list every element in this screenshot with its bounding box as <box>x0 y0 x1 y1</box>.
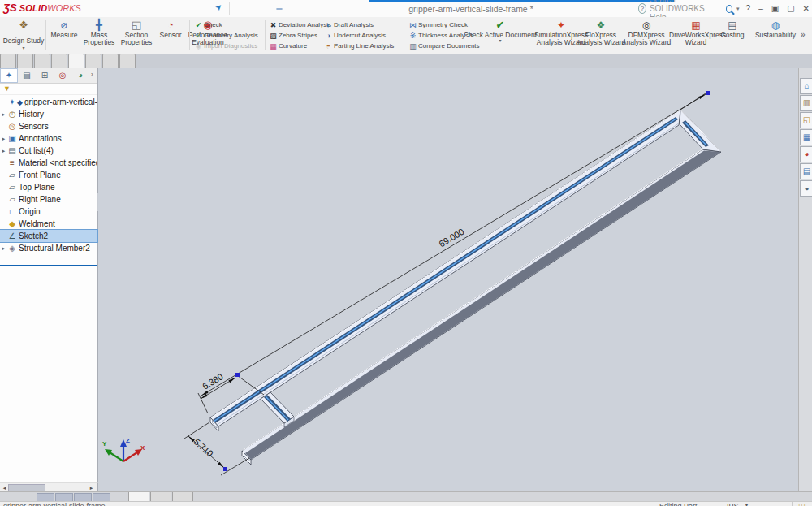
task-pane-tab[interactable]: ◱ <box>800 112 812 128</box>
measure-button[interactable]: ⌀ Measure <box>47 19 81 53</box>
menu-item[interactable] <box>110 0 123 17</box>
dimension-69[interactable]: 69.000 <box>198 91 710 413</box>
command-tab[interactable] <box>102 54 119 68</box>
title-bar: ƷS SOLIDWORKS ➤ gripper-arm-vertical-sli… <box>0 0 812 18</box>
tree-item[interactable]: ▸ ▣ Annotations <box>0 132 97 145</box>
task-pane-tab[interactable]: ▤ <box>800 163 812 179</box>
expander-icon[interactable]: ▸ <box>0 148 7 154</box>
task-pane-tab[interactable]: ⌂ <box>800 78 812 94</box>
dimension-handle[interactable] <box>235 373 240 377</box>
tree-item[interactable]: ∟ Origin <box>0 205 97 218</box>
triad-x-label: X <box>140 444 145 452</box>
tree-item[interactable]: ◎ Sensors <box>0 120 97 132</box>
tree-item[interactable]: ◆ Weldment <box>0 218 97 230</box>
feature-manager-tab[interactable]: ⊞ <box>36 68 54 83</box>
help-button[interactable]: ? <box>744 4 754 13</box>
dimension-length-label[interactable]: 69.000 <box>437 227 465 249</box>
search-icon[interactable] <box>726 5 732 13</box>
rollback-bar[interactable] <box>0 265 97 266</box>
upper-rail[interactable] <box>210 110 680 426</box>
expander-icon[interactable]: ▸ <box>0 245 7 252</box>
tree-filter-row[interactable]: ▼ <box>0 84 97 95</box>
task-pane-tab[interactable]: ◒ <box>800 180 812 197</box>
ribbon-small-button[interactable]: ◑ Undercut Analysis <box>323 30 394 41</box>
feature-manager-tab[interactable]: ▤ <box>18 68 36 83</box>
tree-item[interactable]: ▸ ◴ History <box>0 108 97 120</box>
fm-tabs-chevron-icon[interactable]: › <box>91 71 93 78</box>
menu-item[interactable] <box>123 0 136 17</box>
sustainability-button[interactable]: ◍ Sustainability <box>752 19 799 53</box>
tree-item[interactable]: ∠ Sketch2 <box>0 230 97 242</box>
ribbon-small-button[interactable]: ✔ Geometry Analysis <box>193 30 258 41</box>
command-tab[interactable] <box>68 54 84 68</box>
lower-rail[interactable] <box>242 149 721 460</box>
tree-item[interactable]: ▱ Right Plane <box>0 193 97 205</box>
restore-button[interactable]: ▣ <box>769 4 781 13</box>
tree-item[interactable]: ✦ ◆ gripper-arm-vertical-slide-fr <box>0 96 97 108</box>
section-properties-button[interactable]: ◱ Section Properties <box>117 19 156 53</box>
ribbon-small-button[interactable]: ◓ Parting Line Analysis <box>323 41 394 51</box>
dimension-width-label[interactable]: 5.710 <box>192 436 215 458</box>
design-study-button[interactable]: ❖ Design Study ▾ <box>2 19 45 53</box>
task-pane-tab[interactable]: ▦ <box>800 129 812 145</box>
command-tab[interactable] <box>85 54 102 68</box>
menu-item[interactable] <box>97 0 110 17</box>
expander-icon[interactable]: ▸ <box>0 111 7 118</box>
ribbon-small-button[interactable]: ◐ Draft Analysis <box>323 19 394 30</box>
command-tab[interactable] <box>17 54 33 68</box>
divider <box>189 20 190 50</box>
costing-button[interactable]: ▤ Costing <box>715 19 750 53</box>
status-units[interactable]: IPS <box>727 502 739 506</box>
command-tab[interactable] <box>119 54 136 68</box>
feature-manager-tab[interactable]: ✦ <box>0 68 18 83</box>
tree-item[interactable]: ▱ Front Plane <box>0 169 97 181</box>
dimension-offset-label[interactable]: 6.380 <box>201 371 225 391</box>
task-pane-tab[interactable]: ▥ <box>800 95 812 111</box>
command-tab[interactable] <box>51 54 67 68</box>
ribbon-small-button[interactable]: ◈ Import Diagnostics <box>193 41 258 51</box>
close-button[interactable]: ✕ <box>801 4 812 13</box>
sensor-button[interactable]: ◔ Sensor <box>156 19 185 53</box>
dropdown-caret-icon[interactable]: ▾ <box>463 39 538 44</box>
heads-up-view-toolbar <box>374 54 417 67</box>
command-tab[interactable] <box>34 54 50 68</box>
menu-item[interactable] <box>84 0 97 17</box>
dimension-handle[interactable] <box>706 91 710 95</box>
task-pane-tab[interactable]: ◕ <box>800 146 812 162</box>
tree-item-icon: ▱ <box>7 195 17 204</box>
ribbon-overflow-button[interactable]: » <box>801 30 806 39</box>
ribbon-small-button[interactable]: ▨ Zebra Stripes <box>268 30 331 41</box>
ribbon-small-button[interactable]: ✖ Deviation Analysis <box>268 19 331 30</box>
accent-strip <box>369 0 674 2</box>
maximize-button[interactable]: ▢ <box>784 4 797 13</box>
menu-item[interactable] <box>136 0 149 17</box>
ribbon-small-button[interactable]: ▦ Curvature <box>268 41 331 51</box>
ribbon-small-button[interactable]: ✔ Check <box>193 19 258 30</box>
dimension-5710[interactable]: 5.710 <box>184 422 249 475</box>
model-canvas[interactable]: 69.000 6.380 5.710 Y Z X <box>98 68 798 491</box>
check-active-document-button[interactable]: ✔ Check Active Document ▾ <box>463 19 538 53</box>
select[interactable] <box>276 8 283 10</box>
search-caret-icon[interactable]: ▾ <box>736 6 741 12</box>
status-tag-icon[interactable]: ◳ <box>798 502 806 506</box>
dfmxpress-button[interactable]: ◎ DFMXpress Analysis Wizard <box>620 19 673 53</box>
dropdown-caret-icon[interactable]: ▾ <box>2 46 45 51</box>
tree-item[interactable]: ▸ ▤ Cut list(4) <box>0 145 97 157</box>
mid-cross-member[interactable] <box>261 392 294 427</box>
tree-item[interactable]: ▱ Top Plane <box>0 181 97 193</box>
command-tab[interactable] <box>0 54 16 68</box>
minimize-button[interactable]: – <box>756 4 766 13</box>
dimension-handle[interactable] <box>223 467 227 471</box>
menu-item[interactable] <box>71 0 84 17</box>
end-cross-member[interactable] <box>680 110 721 152</box>
tree-item[interactable]: ▸ ◈ Structural Member2 <box>0 242 97 254</box>
expander-icon[interactable]: ▸ <box>0 136 7 142</box>
menu-item[interactable] <box>149 0 162 17</box>
pin-icon[interactable]: ➤ <box>213 2 224 13</box>
feature-manager-tab[interactable]: ◕ <box>71 68 89 83</box>
mass-properties-button[interactable]: ╋ Mass Properties <box>81 19 117 53</box>
graphics-viewport[interactable]: 69.000 6.380 5.710 Y Z X <box>98 68 798 491</box>
feature-manager-tab[interactable]: ◎ <box>54 68 71 83</box>
tree-item[interactable]: ≡ Material <not specified> <box>0 157 97 169</box>
units-caret-icon[interactable]: ▾ <box>745 502 748 506</box>
